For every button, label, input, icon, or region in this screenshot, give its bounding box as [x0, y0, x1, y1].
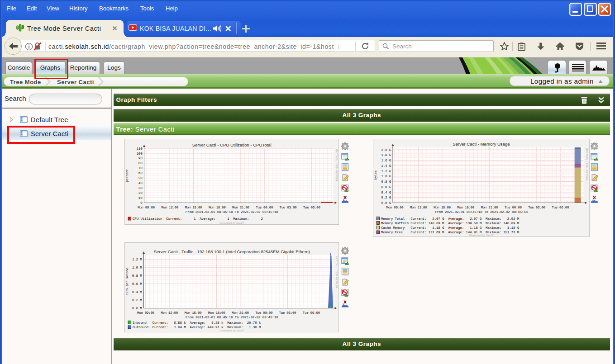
svg-text:Mon 18:00: Mon 18:00 — [208, 206, 226, 209]
svg-text:0.0 G: 0.0 G — [381, 201, 391, 205]
svg-text:CPU Utilization Current:: CPU Utilization Current: 1 Average: 1 Ma… — [133, 217, 263, 221]
svg-text:Mon 18:00: Mon 18:00 — [208, 311, 225, 315]
svg-text:Tue 03:00: Tue 03:00 — [279, 311, 296, 315]
svg-text:60: 60 — [138, 171, 142, 175]
svg-text:20: 20 — [138, 191, 142, 195]
svg-text:0.6 M: 0.6 M — [132, 282, 142, 286]
svg-text:0.6 G: 0.6 G — [381, 185, 391, 189]
svg-text:Server Cacti - CPU Utilization: Server Cacti - CPU Utilization - CPUTota… — [192, 142, 271, 147]
svg-text:Mon 09:00: Mon 09:00 — [137, 311, 154, 315]
svg-text:Cache Memory Current: 1.18: Cache Memory Current: 1.18 G Average: 1.… — [381, 226, 520, 230]
svg-text:80: 80 — [138, 161, 142, 165]
svg-text:Mon 12:00: Mon 12:00 — [161, 311, 178, 315]
svg-text:RRDTOOL / TOBI OETIKER: RRDTOOL / TOBI OETIKER — [335, 149, 337, 181]
svg-text:1.0 G: 1.0 G — [381, 175, 391, 178]
svg-text:Tue 00:00: Tue 00:00 — [255, 311, 273, 315]
svg-text:1.2 G: 1.2 G — [381, 170, 391, 173]
svg-text:Generated by Cacti®: Generated by Cacti® — [219, 329, 244, 332]
svg-text:Mon 15:00: Mon 15:00 — [185, 206, 202, 209]
svg-text:Generated by Cacti®: Generated by Cacti® — [219, 222, 244, 224]
svg-text:0.4 G: 0.4 G — [381, 191, 391, 194]
svg-text:Tue 06:00: Tue 06:00 — [552, 206, 569, 209]
svg-text:1.8 G: 1.8 G — [381, 153, 391, 157]
svg-text:2.0 G: 2.0 G — [381, 148, 391, 152]
svg-text:Mon 09:00: Mon 09:00 — [386, 206, 404, 209]
svg-text:Memory Total Current: 2.07: Memory Total Current: 2.07 G Average: 2.… — [381, 217, 520, 221]
svg-text:Tue 03:00: Tue 03:00 — [279, 206, 297, 209]
svg-text:0.8 G: 0.8 G — [381, 180, 391, 184]
svg-text:Generated by Cacti®: Generated by Cacti® — [469, 234, 494, 236]
svg-text:0.0 M: 0.0 M — [132, 307, 142, 310]
svg-text:1.0 M: 1.0 M — [132, 266, 142, 269]
svg-text:10: 10 — [138, 196, 142, 200]
svg-text:70: 70 — [138, 166, 142, 170]
svg-text:0.2 G: 0.2 G — [381, 196, 391, 199]
svg-text:0.2 M: 0.2 M — [132, 298, 142, 302]
svg-text:From 2021-02-01 08:45:18 To 20: From 2021-02-01 08:45:18 To 2021-02-02 0… — [435, 210, 528, 214]
svg-text:100: 100 — [136, 152, 143, 156]
svg-text:Mon 12:00: Mon 12:00 — [410, 206, 427, 209]
svg-text:Inbound Current: 9.56 k A: Inbound Current: 9.56 k Average: 5.28 k … — [133, 321, 261, 325]
svg-text:50: 50 — [138, 176, 142, 180]
svg-text:1.2 M: 1.2 M — [132, 258, 142, 261]
svg-text:From 2021-02-01 08:45:18 To 20: From 2021-02-01 08:45:18 To 2021-02-02 0… — [185, 210, 278, 214]
svg-text:Mon 15:00: Mon 15:00 — [433, 206, 451, 209]
svg-text:0.4 M: 0.4 M — [132, 290, 142, 294]
svg-text:Mon 18:00: Mon 18:00 — [457, 206, 475, 209]
svg-text:Mon 12:00: Mon 12:00 — [161, 206, 179, 209]
svg-text:Mon 15:00: Mon 15:00 — [184, 311, 202, 315]
svg-text:Tue 00:00: Tue 00:00 — [504, 206, 522, 209]
svg-text:bits per second: bits per second — [125, 268, 129, 296]
svg-text:Mon 21:00: Mon 21:00 — [232, 206, 249, 209]
svg-text:percent: percent — [125, 169, 129, 182]
svg-text:Tue 03:00: Tue 03:00 — [528, 206, 545, 209]
svg-text:0.8 M: 0.8 M — [132, 274, 142, 278]
svg-text:90: 90 — [138, 156, 142, 160]
svg-text:RRDTOOL / TOBI OETIKER: RRDTOOL / TOBI OETIKER — [335, 256, 337, 288]
svg-text:1.6 G: 1.6 G — [381, 159, 391, 162]
svg-text:From 2021-02-01 08:45:18 To 20: From 2021-02-01 08:45:18 To 2021-02-02 0… — [185, 316, 278, 319]
svg-text:Tue 06:00: Tue 06:00 — [303, 206, 320, 209]
svg-text:bytes: bytes — [374, 170, 377, 180]
svg-text:Server Cacti - Memory Usage: Server Cacti - Memory Usage — [453, 142, 510, 147]
svg-text:Mon 09:00: Mon 09:00 — [137, 206, 155, 209]
svg-text:110: 110 — [136, 147, 143, 151]
svg-text:1.4 G: 1.4 G — [381, 164, 391, 168]
svg-text:Memory Buffers Current: 140.09: Memory Buffers Current: 140.09 M Average… — [381, 222, 520, 225]
svg-text:30: 30 — [138, 186, 142, 190]
svg-text:RRDTOOL / TOBI OETIKER: RRDTOOL / TOBI OETIKER — [586, 148, 588, 180]
svg-text:Tue 06:00: Tue 06:00 — [302, 311, 320, 315]
svg-text:0: 0 — [140, 201, 143, 205]
svg-text:Mon 21:00: Mon 21:00 — [481, 206, 498, 209]
svg-text:Memory Free Current: 137.69: Memory Free Current: 137.69 M Average: 1… — [381, 231, 520, 234]
svg-text:40: 40 — [138, 181, 142, 185]
svg-text:Server Cacti - Traffic - 192.1: Server Cacti - Traffic - 192.168.100.1 (… — [153, 249, 310, 254]
svg-text:Tue 00:00: Tue 00:00 — [256, 206, 273, 209]
svg-text:Mon 21:00: Mon 21:00 — [231, 311, 249, 315]
